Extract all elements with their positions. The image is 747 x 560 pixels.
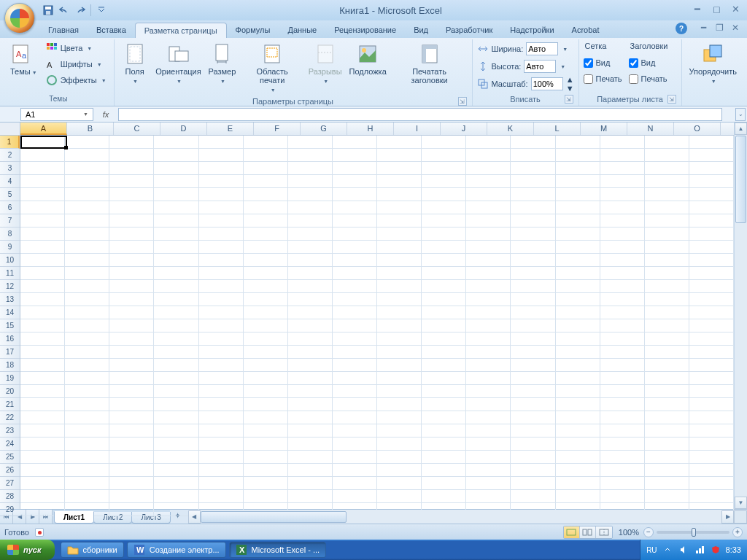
cell[interactable] (689, 451, 734, 464)
cell[interactable] (377, 162, 422, 175)
cell[interactable] (556, 228, 600, 241)
cell[interactable] (600, 136, 645, 149)
cell[interactable] (199, 398, 244, 411)
cell[interactable] (199, 451, 244, 464)
cell[interactable] (422, 346, 466, 359)
cell[interactable] (199, 372, 244, 385)
taskbar-item[interactable]: WСоздание электр... (127, 542, 226, 558)
page-break-view-button[interactable] (596, 526, 612, 538)
cell[interactable] (288, 477, 333, 490)
cell[interactable] (511, 241, 555, 254)
scroll-down-button[interactable]: ▼ (735, 497, 747, 509)
cell[interactable] (65, 306, 109, 319)
cell[interactable] (689, 241, 734, 254)
cell[interactable] (466, 228, 511, 241)
cell[interactable] (689, 464, 734, 477)
cell[interactable] (600, 280, 645, 293)
cell[interactable] (422, 280, 466, 293)
cell[interactable] (65, 398, 109, 411)
cell[interactable] (645, 385, 689, 398)
row-header[interactable]: 4 (0, 175, 20, 188)
cell[interactable] (20, 306, 65, 319)
save-icon[interactable] (42, 4, 54, 16)
cell[interactable] (422, 162, 466, 175)
zoom-track[interactable] (657, 531, 729, 534)
cell[interactable] (377, 359, 422, 372)
column-header[interactable]: D (160, 122, 207, 135)
cell[interactable] (556, 372, 600, 385)
cell[interactable] (109, 306, 154, 319)
cell[interactable] (422, 306, 466, 319)
scroll-up-button[interactable]: ▲ (735, 122, 747, 135)
cell[interactable] (20, 490, 65, 503)
cell[interactable] (422, 267, 466, 280)
cell[interactable] (333, 385, 377, 398)
cell[interactable] (466, 424, 511, 438)
undo-icon[interactable] (58, 4, 70, 16)
cells-area[interactable] (20, 136, 734, 509)
margins-button[interactable]: Поля▼ (119, 41, 151, 88)
cell[interactable] (600, 214, 645, 228)
cell[interactable] (288, 359, 333, 372)
ribbon-tab[interactable]: Главная (39, 23, 88, 38)
cell[interactable] (333, 228, 377, 241)
cell[interactable] (109, 280, 154, 293)
cell[interactable] (65, 188, 109, 201)
cell[interactable] (645, 319, 689, 332)
cell[interactable] (422, 438, 466, 451)
cell[interactable] (556, 411, 600, 424)
cell[interactable] (20, 175, 65, 188)
column-header[interactable]: A (20, 122, 67, 135)
column-header[interactable]: I (394, 122, 441, 135)
cell[interactable] (645, 175, 689, 188)
cell[interactable] (466, 411, 511, 424)
cell[interactable] (244, 332, 288, 346)
cell[interactable] (199, 306, 244, 319)
cell[interactable] (333, 438, 377, 451)
cell[interactable] (422, 228, 466, 241)
cell[interactable] (377, 293, 422, 306)
cell[interactable] (600, 293, 645, 306)
cell[interactable] (20, 332, 65, 346)
cell[interactable] (689, 319, 734, 332)
cell[interactable] (377, 398, 422, 411)
cell[interactable] (466, 175, 511, 188)
cell[interactable] (199, 293, 244, 306)
cell[interactable] (288, 293, 333, 306)
row-header[interactable]: 13 (0, 293, 20, 306)
cell[interactable] (65, 346, 109, 359)
cell[interactable] (645, 306, 689, 319)
cell[interactable] (377, 280, 422, 293)
themes-button[interactable]: Aa Темы▼ (7, 41, 40, 79)
row-header[interactable]: 19 (0, 372, 20, 385)
fonts-button[interactable]: AШрифты▼ (43, 57, 109, 71)
cell[interactable] (288, 319, 333, 332)
cell[interactable] (199, 411, 244, 424)
cell[interactable] (154, 293, 198, 306)
cell[interactable] (244, 228, 288, 241)
cell[interactable] (288, 162, 333, 175)
cell[interactable] (645, 149, 689, 162)
cell[interactable] (556, 464, 600, 477)
cell[interactable] (422, 477, 466, 490)
cell[interactable] (556, 306, 600, 319)
cell[interactable] (154, 149, 198, 162)
cell[interactable] (689, 228, 734, 241)
cell[interactable] (556, 280, 600, 293)
cell[interactable] (377, 228, 422, 241)
cell[interactable] (511, 267, 555, 280)
cell[interactable] (199, 214, 244, 228)
cell[interactable] (244, 136, 288, 149)
ribbon-tab[interactable]: Разметка страницы (135, 23, 227, 38)
cell[interactable] (556, 490, 600, 503)
cell[interactable] (422, 424, 466, 438)
row-header[interactable]: 5 (0, 188, 20, 201)
cell[interactable] (154, 490, 198, 503)
cell[interactable] (600, 188, 645, 201)
cell[interactable] (20, 346, 65, 359)
cell[interactable] (689, 372, 734, 385)
cell[interactable] (65, 162, 109, 175)
column-header[interactable]: M (581, 122, 627, 135)
cell[interactable] (109, 346, 154, 359)
cell[interactable] (422, 188, 466, 201)
